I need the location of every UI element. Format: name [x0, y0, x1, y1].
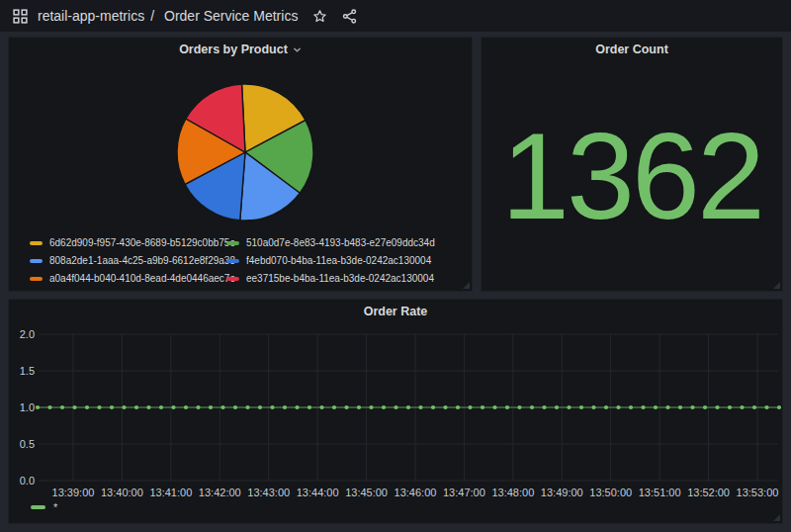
x-axis-tick-label: 13:41:00: [149, 487, 192, 498]
data-point[interactable]: [184, 405, 188, 409]
data-point[interactable]: [196, 405, 200, 409]
data-point[interactable]: [146, 405, 150, 409]
pie-legend-item[interactable]: 808a2de1-1aaa-4c25-a9b9-6612e8f29a38: [30, 254, 226, 267]
data-point[interactable]: [270, 405, 274, 409]
data-point[interactable]: [505, 405, 509, 409]
pie-legend-item[interactable]: a0a4f044-b040-410d-8ead-4de0446aec7e: [30, 272, 226, 285]
share-icon[interactable]: [339, 6, 359, 26]
data-point[interactable]: [542, 405, 546, 409]
data-point[interactable]: [159, 405, 163, 409]
data-point[interactable]: [555, 405, 559, 409]
data-point[interactable]: [418, 405, 422, 409]
panel-order-count: Order Count 1362: [481, 37, 783, 292]
legend-color-marker: [226, 259, 239, 263]
star-icon[interactable]: [309, 6, 329, 26]
data-point[interactable]: [357, 405, 361, 409]
data-point[interactable]: [715, 405, 719, 409]
data-point[interactable]: [468, 405, 472, 409]
x-axis-tick-label: 13:43:00: [247, 487, 290, 498]
legend-series-label: f4ebd070-b4ba-11ea-b3de-0242ac130004: [246, 255, 431, 266]
timeseries-legend: *: [31, 501, 57, 513]
data-point[interactable]: [220, 405, 224, 409]
legend-series-label: 6d62d909-f957-430e-8689-b5129c0bb75e: [49, 237, 235, 248]
legend-color-marker: [226, 241, 239, 245]
panel-title-order-count[interactable]: Order Count: [482, 43, 782, 56]
data-point[interactable]: [171, 405, 175, 409]
data-point[interactable]: [406, 405, 410, 409]
data-point[interactable]: [283, 405, 287, 409]
data-point[interactable]: [443, 405, 447, 409]
data-point[interactable]: [47, 405, 51, 409]
breadcrumb-separator: /: [150, 8, 154, 24]
apps-grid-icon[interactable]: [10, 6, 30, 26]
data-point[interactable]: [72, 405, 76, 409]
pie-legend-item[interactable]: f4ebd070-b4ba-11ea-b3de-0242ac130004: [226, 254, 435, 267]
data-point[interactable]: [567, 405, 571, 409]
legend-series-label: ee3715be-b4ba-11ea-b3de-0242ac130004: [246, 273, 434, 284]
data-point[interactable]: [752, 405, 756, 409]
series-legend-marker[interactable]: [31, 505, 45, 509]
data-point[interactable]: [319, 405, 323, 409]
data-point[interactable]: [764, 405, 768, 409]
panel-resize-handle[interactable]: [463, 282, 470, 289]
data-point[interactable]: [344, 405, 348, 409]
x-axis-tick-label: 13:45:00: [345, 487, 388, 498]
panel-order-rate: Order Rate 2.01.51.00.50.013:39:0013:40:…: [8, 299, 783, 524]
x-axis-tick-label: 13:46:00: [395, 487, 437, 498]
data-point[interactable]: [678, 405, 682, 409]
data-point[interactable]: [369, 405, 373, 409]
data-point[interactable]: [60, 405, 64, 409]
data-point[interactable]: [85, 405, 89, 409]
data-point[interactable]: [591, 405, 595, 409]
data-point[interactable]: [740, 405, 744, 409]
data-point[interactable]: [382, 405, 386, 409]
data-point[interactable]: [604, 405, 608, 409]
breadcrumb-dashboard-title[interactable]: Order Service Metrics: [164, 8, 298, 24]
data-point[interactable]: [258, 405, 262, 409]
data-point[interactable]: [777, 405, 781, 409]
data-point[interactable]: [209, 405, 213, 409]
panel-resize-handle[interactable]: [773, 514, 780, 521]
data-point[interactable]: [245, 405, 249, 409]
x-axis-tick-label: 13:52:00: [687, 487, 730, 498]
panel-title-orders-by-product[interactable]: Orders by Product: [9, 43, 472, 56]
data-point[interactable]: [728, 405, 732, 409]
data-point[interactable]: [654, 405, 658, 409]
y-axis-tick-label: 1.5: [20, 365, 35, 377]
data-point[interactable]: [665, 405, 669, 409]
data-point[interactable]: [134, 405, 138, 409]
data-point[interactable]: [641, 405, 645, 409]
data-point[interactable]: [233, 405, 237, 409]
data-point[interactable]: [703, 405, 707, 409]
data-point[interactable]: [530, 405, 534, 409]
panel-resize-handle[interactable]: [773, 282, 780, 289]
pie-legend: 6d62d909-f957-430e-8689-b5129c0bb75e510a…: [30, 236, 435, 285]
series-legend-label[interactable]: *: [53, 501, 57, 513]
data-point[interactable]: [492, 405, 496, 409]
data-point[interactable]: [122, 405, 126, 409]
breadcrumb-folder[interactable]: retail-app-metrics: [38, 8, 144, 24]
data-point[interactable]: [517, 405, 521, 409]
data-point[interactable]: [308, 405, 311, 409]
data-point[interactable]: [481, 405, 484, 409]
data-point[interactable]: [394, 405, 397, 409]
data-point[interactable]: [629, 405, 633, 409]
data-point[interactable]: [579, 405, 583, 409]
data-point[interactable]: [295, 405, 299, 409]
x-axis-tick-label: 13:48:00: [491, 487, 534, 498]
data-point[interactable]: [97, 405, 101, 409]
data-point[interactable]: [332, 405, 336, 409]
pie-chart[interactable]: [176, 83, 314, 222]
timeseries-chart[interactable]: 2.01.51.00.50.013:39:0013:40:0013:41:001…: [9, 300, 784, 525]
x-axis-tick-label: 13:42:00: [199, 487, 241, 498]
data-point[interactable]: [36, 405, 40, 409]
chevron-down-icon: [293, 45, 302, 54]
data-point[interactable]: [690, 405, 694, 409]
data-point[interactable]: [110, 405, 114, 409]
pie-legend-item[interactable]: ee3715be-b4ba-11ea-b3de-0242ac130004: [226, 272, 435, 285]
data-point[interactable]: [616, 405, 620, 409]
pie-legend-item[interactable]: 510a0d7e-8e83-4193-b483-e27e09ddc34d: [226, 236, 435, 249]
data-point[interactable]: [431, 405, 435, 409]
data-point[interactable]: [456, 405, 460, 409]
pie-legend-item[interactable]: 6d62d909-f957-430e-8689-b5129c0bb75e: [30, 236, 226, 249]
